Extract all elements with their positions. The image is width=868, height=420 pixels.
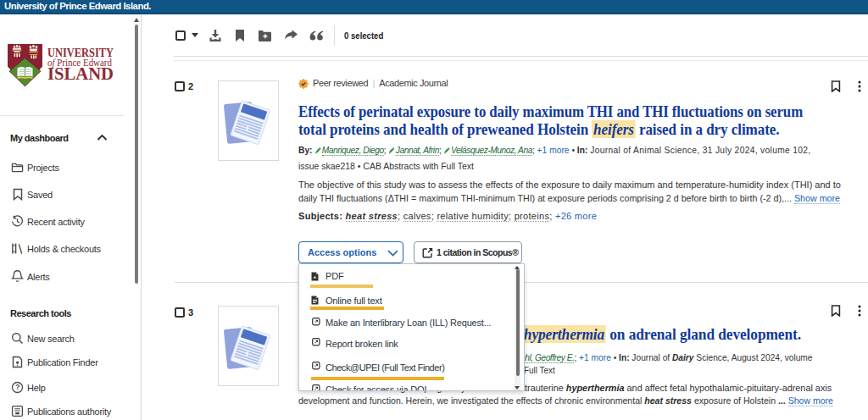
svg-text:?: ? [15, 383, 19, 391]
svg-text:ISLAND: ISLAND [47, 64, 114, 84]
